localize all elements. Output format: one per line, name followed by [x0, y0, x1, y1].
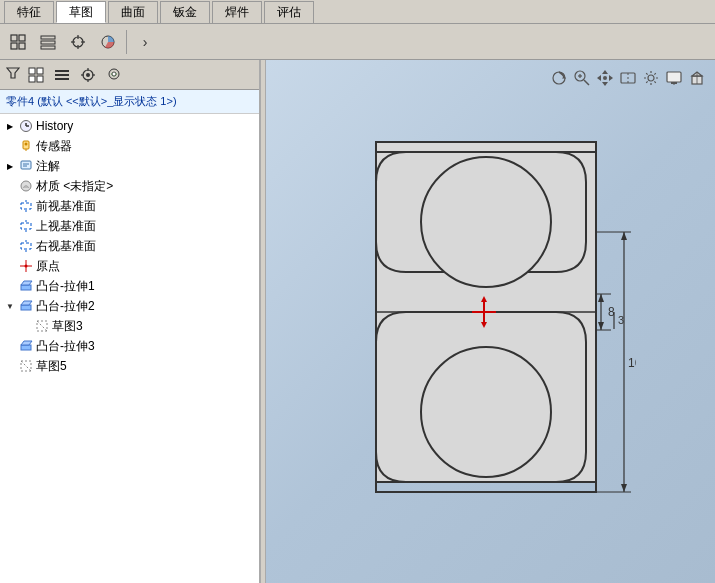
svg-marker-100 — [621, 232, 627, 240]
tree-arrow-annotation[interactable]: ▶ — [4, 160, 16, 172]
view-3d-btn[interactable] — [687, 68, 707, 88]
view-rotate-btn[interactable] — [549, 68, 569, 88]
svg-marker-58 — [21, 341, 32, 345]
tree-arrow-boss2[interactable]: ▼ — [4, 300, 16, 312]
tree-color-btn[interactable] — [102, 63, 126, 87]
tree-arrow-history[interactable]: ▶ — [4, 120, 16, 132]
view-settings-btn[interactable] — [641, 68, 661, 88]
svg-point-28 — [112, 72, 116, 76]
tree-item-front-plane[interactable]: 前视基准面 — [0, 196, 259, 216]
sketch5-icon — [18, 358, 34, 374]
chart-btn[interactable] — [94, 28, 122, 56]
svg-line-60 — [21, 361, 31, 371]
tab-caotu[interactable]: 草图 — [56, 1, 106, 23]
tree-item-material[interactable]: 材质 <未指定> — [0, 176, 259, 196]
svg-point-74 — [648, 75, 654, 81]
svg-rect-75 — [667, 72, 681, 82]
tree-label-sensor: 传感器 — [36, 138, 72, 155]
svg-marker-42 — [21, 223, 31, 229]
tab-pinggu[interactable]: 评估 — [264, 1, 314, 23]
right-toolbar — [549, 68, 707, 88]
tree-item-top-plane[interactable]: 上视基准面 — [0, 216, 259, 236]
history-icon — [18, 118, 34, 134]
main-drawing: 8 3 16 — [346, 122, 636, 522]
boss-extrude2-icon — [18, 298, 34, 314]
left-panel-toolbar — [0, 60, 259, 90]
tree-view-btn[interactable] — [24, 63, 48, 87]
tree-item-right-plane[interactable]: 右视基准面 — [0, 236, 259, 256]
tab-tezheng[interactable]: 特征 — [4, 1, 54, 23]
tree-locate-btn[interactable] — [76, 63, 100, 87]
svg-point-85 — [421, 347, 551, 477]
tree-item-history[interactable]: ▶ History — [0, 116, 259, 136]
svg-rect-16 — [29, 76, 35, 82]
svg-text:3: 3 — [618, 314, 624, 326]
tree-label-sketch5: 草图5 — [36, 358, 67, 375]
tab-banjin[interactable]: 钣金 — [160, 1, 210, 23]
tab-hanjian[interactable]: 焊件 — [212, 1, 262, 23]
svg-marker-93 — [598, 322, 604, 330]
tree-item-sensor[interactable]: 传感器 — [0, 136, 259, 156]
view-section-btn[interactable] — [618, 68, 638, 88]
svg-marker-68 — [602, 82, 608, 86]
sensor-icon — [18, 138, 34, 154]
tree-label-material: 材质 <未指定> — [36, 178, 113, 195]
tree-item-sketch5[interactable]: 草图5 — [0, 356, 259, 376]
tree-item-boss3[interactable]: 凸台-拉伸3 — [0, 336, 259, 356]
grid-btn[interactable] — [4, 28, 32, 56]
tree-expand-btn[interactable] — [50, 63, 74, 87]
tree-container[interactable]: ▶ History — [0, 114, 259, 583]
list-btn[interactable] — [34, 28, 62, 56]
drawing-area: 8 3 16 — [346, 122, 636, 522]
boss-extrude1-icon — [18, 278, 34, 294]
svg-marker-67 — [602, 70, 608, 74]
tree-label-annotation: 注解 — [36, 158, 60, 175]
svg-rect-53 — [21, 305, 31, 310]
tree-label-boss3: 凸台-拉伸3 — [36, 338, 95, 355]
svg-rect-1 — [19, 35, 25, 41]
svg-marker-13 — [7, 68, 19, 78]
tree-item-boss2[interactable]: ▼ 凸台-拉伸2 — [0, 296, 259, 316]
sketch3-icon — [34, 318, 50, 334]
svg-marker-52 — [21, 281, 32, 285]
svg-line-64 — [584, 80, 589, 85]
svg-text:16: 16 — [628, 356, 636, 370]
tree-label-sketch3: 草图3 — [52, 318, 83, 335]
svg-rect-17 — [37, 76, 43, 82]
main-toolbar: › — [0, 24, 715, 60]
tab-bar: 特征 草图 曲面 钣金 焊件 评估 — [0, 0, 715, 24]
tree-item-sketch3[interactable]: 草图3 — [0, 316, 259, 336]
view-display-btn[interactable] — [664, 68, 684, 88]
more-btn[interactable]: › — [131, 28, 159, 56]
svg-rect-14 — [29, 68, 35, 74]
view-pan-btn[interactable] — [595, 68, 615, 88]
view-zoom-btn[interactable] — [572, 68, 592, 88]
svg-point-34 — [25, 143, 28, 146]
svg-marker-70 — [609, 75, 613, 81]
svg-rect-15 — [37, 68, 43, 74]
svg-marker-45 — [21, 243, 31, 249]
svg-point-50 — [25, 265, 28, 268]
svg-rect-0 — [11, 35, 17, 41]
tree-label-right-plane: 右视基准面 — [36, 238, 96, 255]
boss-extrude3-icon — [18, 338, 34, 354]
tree-label-front-plane: 前视基准面 — [36, 198, 96, 215]
svg-rect-6 — [41, 46, 55, 49]
left-panel: 零件4 (默认 <<默认>_显示状态 1>) ▶ History — [0, 60, 260, 583]
svg-point-26 — [86, 73, 90, 77]
svg-marker-39 — [21, 203, 31, 209]
tab-qumian[interactable]: 曲面 — [108, 1, 158, 23]
svg-marker-69 — [597, 75, 601, 81]
svg-rect-35 — [21, 161, 31, 169]
crosshair-btn[interactable] — [64, 28, 92, 56]
right-plane-icon — [18, 238, 34, 254]
svg-marker-101 — [621, 484, 627, 492]
svg-marker-54 — [21, 301, 32, 305]
tree-item-annotation[interactable]: ▶ 注解 — [0, 156, 259, 176]
tree-label-history: History — [36, 119, 73, 133]
tree-item-origin[interactable]: 原点 — [0, 256, 259, 276]
filter-icon[interactable] — [4, 64, 22, 85]
tree-item-boss1[interactable]: 凸台-拉伸1 — [0, 276, 259, 296]
svg-rect-19 — [55, 74, 69, 76]
svg-point-84 — [421, 157, 551, 287]
